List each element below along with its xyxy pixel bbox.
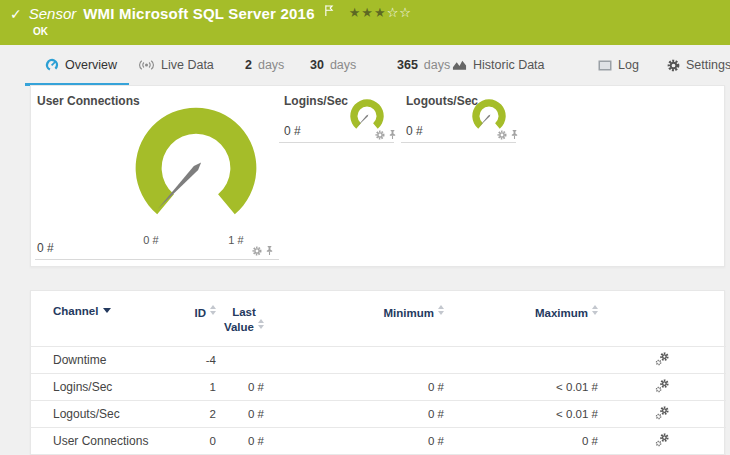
gauge-title-logouts: Logouts/Sec — [406, 94, 478, 108]
tile-action-icons — [252, 245, 274, 256]
tab-number: 30 — [310, 58, 324, 72]
tab-settings[interactable]: Settings — [667, 52, 730, 78]
sort-icon — [592, 305, 598, 315]
tile-divider — [279, 142, 394, 143]
channel-name: User Connections — [31, 434, 183, 448]
star-icon[interactable]: ☆ — [387, 5, 400, 20]
status-ok-check-icon: ✓ — [10, 6, 22, 22]
star-icon[interactable]: ☆ — [399, 5, 412, 20]
logins-value: 0 # — [284, 124, 301, 138]
tile-action-icons — [497, 129, 519, 140]
tab-log[interactable]: Log — [598, 52, 639, 78]
channel-name: Logins/Sec — [31, 380, 183, 394]
tab-2-days[interactable]: 2 days — [245, 52, 284, 78]
channel-id: 2 — [183, 408, 216, 420]
column-header-minimum[interactable]: Minimum — [264, 305, 444, 319]
user-connections-value: 0 # — [37, 241, 54, 255]
tab-overview[interactable]: Overview — [45, 52, 117, 78]
status-badge: OK — [33, 26, 48, 37]
maximum-value: 0 # — [444, 435, 598, 447]
pin-icon[interactable] — [510, 129, 519, 140]
tab-strip: Overview Live Data 2 days 30 days — [0, 45, 730, 85]
gear-icon[interactable] — [252, 246, 262, 256]
maximum-value: < 0.01 # — [444, 408, 598, 420]
gauge-scale-min: 0 # — [134, 234, 168, 246]
channel-name: Logouts/Sec — [31, 407, 183, 421]
column-header-channel[interactable]: Channel — [31, 305, 183, 317]
sort-icon — [258, 319, 264, 329]
minimum-value: 0 # — [264, 381, 444, 393]
last-value: 0 # — [216, 435, 264, 447]
tab-label: Live Data — [161, 58, 214, 72]
gear-icon — [667, 59, 680, 72]
sensor-title: WMI Microsoft SQL Server 2016 — [83, 5, 314, 22]
star-icon[interactable]: ★ — [374, 5, 387, 20]
channel-table-panel: Channel ID Last Value Minimum Maximum Do… — [30, 290, 725, 455]
tab-label: days — [424, 58, 450, 72]
tab-label: Settings — [686, 58, 730, 72]
prtg-sensor-page: ✓ Sensor WMI Microsoft SQL Server 2016 ★… — [0, 0, 730, 455]
gauge-scale-max: 1 # — [219, 234, 253, 246]
channel-settings-gears-icon[interactable] — [655, 351, 670, 366]
star-icon[interactable]: ★ — [361, 5, 374, 20]
object-kind-label: Sensor — [29, 5, 77, 22]
tab-label: Log — [618, 58, 639, 72]
pin-icon[interactable] — [388, 129, 397, 140]
chart-icon — [452, 59, 467, 71]
last-value: 0 # — [216, 381, 264, 393]
channel-settings-gears-icon[interactable] — [655, 378, 670, 393]
tile-action-icons — [375, 129, 397, 140]
flag-icon[interactable] — [324, 4, 334, 17]
gauge-icon — [45, 58, 59, 72]
tile-divider — [401, 142, 516, 143]
column-header-maximum[interactable]: Maximum — [444, 305, 598, 319]
tab-30-days[interactable]: 30 days — [310, 52, 356, 78]
tab-label: days — [258, 58, 284, 72]
channel-id: 0 — [183, 435, 216, 447]
table-row-user-connections: User Connections 0 0 # 0 # 0 # — [31, 427, 726, 454]
minimum-value: 0 # — [264, 435, 444, 447]
column-header-last-value[interactable]: Last Value — [216, 305, 264, 334]
pin-icon[interactable] — [265, 245, 274, 256]
table-row-logouts: Logouts/Sec 2 0 # 0 # < 0.01 # — [31, 400, 726, 427]
log-icon — [598, 60, 612, 71]
table-header-row: Channel ID Last Value Minimum Maximum — [31, 305, 726, 345]
tab-label: Historic Data — [473, 58, 545, 72]
tile-divider — [35, 259, 279, 260]
channel-id: 1 — [183, 381, 216, 393]
priority-stars[interactable]: ★★★☆☆ — [349, 5, 412, 20]
tab-historic-data[interactable]: Historic Data — [452, 52, 545, 78]
gauge-title-user-connections: User Connections — [37, 94, 140, 108]
gauge-title-logins: Logins/Sec — [284, 94, 348, 108]
gauges-panel: User Connections 0 # 1 # 0 # Logins/Sec — [30, 85, 725, 267]
gear-icon[interactable] — [497, 130, 507, 140]
tab-number: 365 — [397, 58, 418, 72]
tab-label: days — [330, 58, 356, 72]
gear-icon[interactable] — [375, 130, 385, 140]
sensor-status-header: ✓ Sensor WMI Microsoft SQL Server 2016 ★… — [0, 0, 730, 45]
star-icon[interactable]: ★ — [349, 5, 362, 20]
user-connections-gauge[interactable] — [131, 103, 261, 233]
sort-desc-icon — [103, 308, 111, 313]
table-row-downtime: Downtime -4 — [31, 346, 726, 373]
channel-id: -4 — [183, 354, 216, 366]
column-header-id[interactable]: ID — [183, 305, 216, 319]
tab-live-data[interactable]: Live Data — [138, 52, 214, 78]
channel-settings-gears-icon[interactable] — [655, 432, 670, 447]
channel-settings-gears-icon[interactable] — [655, 405, 670, 420]
maximum-value: < 0.01 # — [444, 381, 598, 393]
channel-name: Downtime — [31, 353, 183, 367]
tab-365-days[interactable]: 365 days — [397, 52, 450, 78]
tab-label: Overview — [65, 58, 117, 72]
last-value: 0 # — [216, 408, 264, 420]
minimum-value: 0 # — [264, 408, 444, 420]
tab-number: 2 — [245, 58, 252, 72]
table-row-logins: Logins/Sec 1 0 # 0 # < 0.01 # — [31, 373, 726, 400]
live-broadcast-icon — [138, 59, 155, 71]
logouts-value: 0 # — [406, 124, 423, 138]
